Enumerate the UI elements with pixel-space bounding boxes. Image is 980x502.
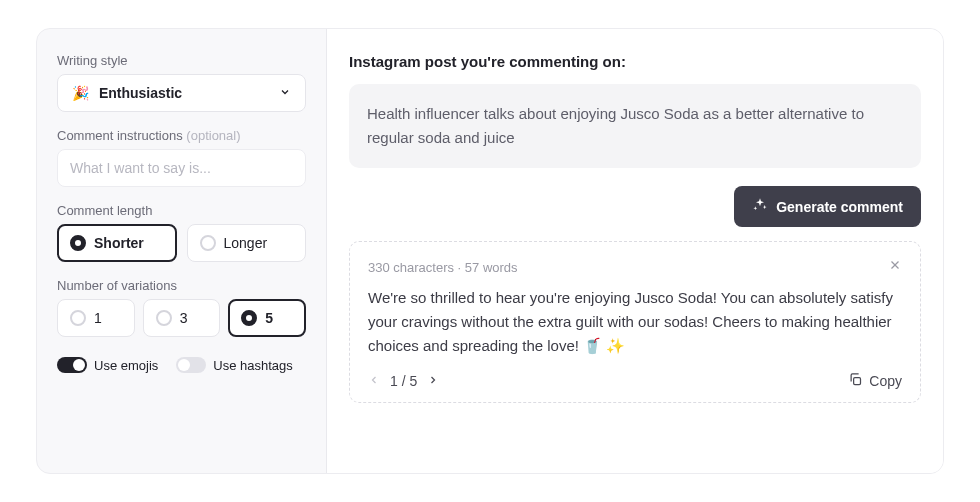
variations-label: Number of variations xyxy=(57,278,306,293)
toggle-emojis[interactable]: Use emojis xyxy=(57,357,158,373)
radio-icon xyxy=(70,310,86,326)
result-meta: 330 characters · 57 words xyxy=(368,260,518,275)
result-footer: 1 / 5 Copy xyxy=(368,372,902,390)
radio-icon xyxy=(156,310,172,326)
radio-icon xyxy=(241,310,257,326)
copy-button[interactable]: Copy xyxy=(848,372,902,390)
variations-3[interactable]: 3 xyxy=(143,299,221,337)
party-icon: 🎉 xyxy=(72,85,89,101)
pager-text: 1 / 5 xyxy=(390,373,417,389)
result-meta-row: 330 characters · 57 words xyxy=(368,258,902,276)
length-label: Comment length xyxy=(57,203,306,218)
app-panel: Writing style 🎉 Enthusiastic Comment ins… xyxy=(36,28,944,474)
instructions-input[interactable] xyxy=(57,149,306,187)
content-area: Instagram post you're commenting on: Hea… xyxy=(327,29,943,473)
length-section: Comment length Shorter Longer xyxy=(57,203,306,262)
pager: 1 / 5 xyxy=(368,373,439,389)
chevron-left-icon[interactable] xyxy=(368,373,380,389)
sparkle-icon xyxy=(752,197,768,216)
chevron-down-icon xyxy=(279,86,291,101)
writing-style-value: Enthusiastic xyxy=(99,85,182,101)
toggles-row: Use emojis Use hashtags xyxy=(57,357,306,373)
variations-section: Number of variations 1 3 5 xyxy=(57,278,306,337)
length-shorter[interactable]: Shorter xyxy=(57,224,177,262)
svg-rect-2 xyxy=(854,378,861,385)
result-card: 330 characters · 57 words We're so thril… xyxy=(349,241,921,403)
variations-5[interactable]: 5 xyxy=(228,299,306,337)
radio-icon xyxy=(200,235,216,251)
switch-icon xyxy=(57,357,87,373)
copy-icon xyxy=(848,372,863,390)
writing-style-section: Writing style 🎉 Enthusiastic xyxy=(57,53,306,112)
writing-style-label: Writing style xyxy=(57,53,306,68)
variations-1[interactable]: 1 xyxy=(57,299,135,337)
instructions-section: Comment instructions (optional) xyxy=(57,128,306,187)
radio-icon xyxy=(70,235,86,251)
switch-icon xyxy=(176,357,206,373)
post-description: Health influencer talks about enjoying J… xyxy=(349,84,921,168)
result-text: We're so thrilled to hear you're enjoyin… xyxy=(368,286,902,358)
instructions-label: Comment instructions (optional) xyxy=(57,128,306,143)
generate-row: Generate comment xyxy=(349,186,921,227)
close-icon[interactable] xyxy=(888,258,902,276)
length-longer[interactable]: Longer xyxy=(187,224,307,262)
chevron-right-icon[interactable] xyxy=(427,373,439,389)
toggle-hashtags[interactable]: Use hashtags xyxy=(176,357,293,373)
generate-button[interactable]: Generate comment xyxy=(734,186,921,227)
writing-style-dropdown[interactable]: 🎉 Enthusiastic xyxy=(57,74,306,112)
post-heading: Instagram post you're commenting on: xyxy=(349,53,921,70)
settings-sidebar: Writing style 🎉 Enthusiastic Comment ins… xyxy=(37,29,327,473)
